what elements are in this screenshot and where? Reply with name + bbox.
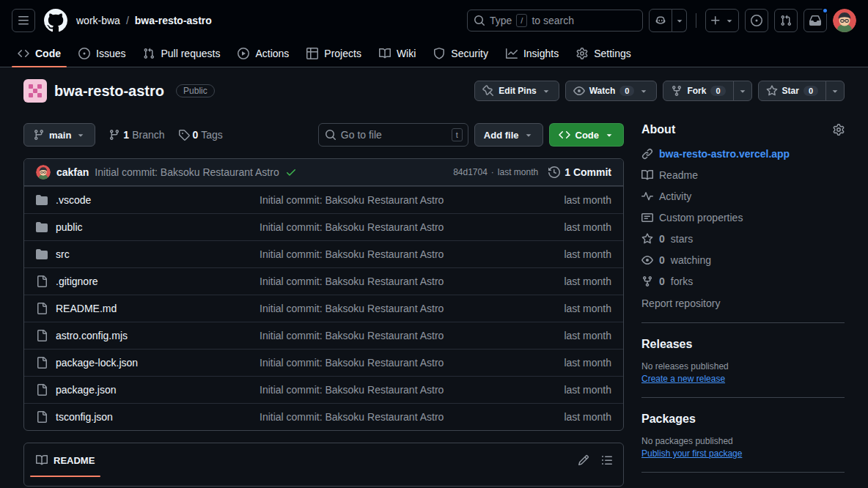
branches-link[interactable]: 1 Branch [108, 129, 164, 141]
edit-pins-button[interactable]: Edit Pins [474, 81, 559, 101]
file-name-link[interactable]: package.json [56, 384, 117, 396]
sidebar-activity-label: Activity [659, 191, 691, 202]
file-browser-toolbar: main 1 Branch 0 Tags [23, 123, 624, 147]
tab-projects[interactable]: Projects [301, 40, 367, 67]
table-row[interactable]: public Initial commit: Baksoku Restauran… [24, 213, 623, 240]
publish-package-link[interactable]: Publish your first package [641, 448, 742, 459]
tab-settings[interactable]: Settings [570, 40, 637, 67]
create-release-link[interactable]: Create a new release [641, 374, 725, 384]
file-name-link[interactable]: README.md [56, 303, 117, 314]
tab-insights[interactable]: Insights [500, 40, 564, 67]
readme-tab[interactable]: README [24, 443, 106, 477]
file-updated[interactable]: last month [538, 221, 611, 233]
breadcrumb-repo[interactable]: bwa-resto-astro [135, 15, 212, 26]
table-row[interactable]: package-lock.json Initial commit: Baksok… [24, 349, 623, 376]
star-button[interactable]: Star 0 [758, 81, 826, 101]
watch-label: Watch [589, 86, 616, 96]
tab-pull-requests[interactable]: Pull requests [137, 40, 226, 67]
copilot-menu-caret[interactable] [672, 9, 687, 32]
table-row[interactable]: src Initial commit: Baksoku Restaurant A… [24, 240, 623, 267]
file-updated[interactable]: last month [538, 303, 611, 314]
github-logo[interactable] [44, 9, 67, 32]
file-updated[interactable]: last month [538, 330, 611, 341]
tab-actions[interactable]: Actions [232, 40, 295, 67]
create-new-button[interactable] [705, 9, 739, 32]
sidebar-item-forks[interactable]: 0 forks [641, 276, 845, 287]
file-commit-message[interactable]: Initial commit: Baksoku Restaurant Astro [260, 303, 538, 314]
file-name-link[interactable]: .gitignore [56, 276, 98, 287]
notifications-inbox-button[interactable] [803, 9, 827, 32]
user-avatar[interactable] [833, 9, 856, 32]
file-updated[interactable]: last month [538, 411, 611, 423]
table-row[interactable]: astro.config.mjs Initial commit: Baksoku… [24, 322, 623, 349]
edit-about-button[interactable] [833, 124, 845, 136]
file-name-link[interactable]: .vscode [56, 194, 91, 206]
report-repository-link[interactable]: Report repository [641, 297, 845, 309]
file-commit-message[interactable]: Initial commit: Baksoku Restaurant Astro [260, 357, 538, 369]
sidebar-item-custom-properties[interactable]: Custom properties [641, 212, 845, 223]
tags-link[interactable]: 0 Tags [178, 129, 223, 141]
file-icon [36, 357, 48, 369]
fork-icon [671, 85, 683, 97]
table-row[interactable]: .vscode Initial commit: Baksoku Restaura… [24, 186, 623, 213]
file-commit-message[interactable]: Initial commit: Baksoku Restaurant Astro [260, 194, 538, 206]
star-menu-caret[interactable] [825, 81, 845, 101]
tab-code[interactable]: Code [12, 40, 67, 67]
commit-author[interactable]: cakfan [56, 166, 89, 178]
star-label: Star [782, 86, 799, 96]
sidebar-item-activity[interactable]: Activity [641, 191, 845, 202]
file-commit-message[interactable]: Initial commit: Baksoku Restaurant Astro [260, 276, 538, 287]
file-updated[interactable]: last month [538, 276, 611, 287]
breadcrumb-owner[interactable]: work-bwa [76, 15, 120, 26]
global-nav-menu-button[interactable] [12, 9, 35, 32]
commit-sha[interactable]: 84d1704 [453, 167, 488, 177]
global-search-input[interactable]: Type / to search [467, 10, 643, 32]
table-row[interactable]: package.json Initial commit: Baksoku Res… [24, 376, 623, 403]
file-commit-message[interactable]: Initial commit: Baksoku Restaurant Astro [260, 330, 538, 341]
your-pull-requests-button[interactable] [774, 9, 798, 32]
checks-passed-icon[interactable] [285, 166, 297, 178]
table-row[interactable]: README.md Initial commit: Baksoku Restau… [24, 295, 623, 322]
file-name-link[interactable]: public [56, 221, 83, 233]
file-updated[interactable]: last month [538, 384, 611, 396]
branches-label: Branch [132, 129, 164, 141]
code-download-button[interactable]: Code [549, 123, 625, 147]
file-commit-message[interactable]: Initial commit: Baksoku Restaurant Astro [260, 221, 538, 233]
commit-author-avatar[interactable] [36, 165, 51, 180]
file-commit-message[interactable]: Initial commit: Baksoku Restaurant Astro [260, 248, 538, 260]
sidebar-item-readme[interactable]: Readme [641, 169, 845, 181]
commit-message[interactable]: Initial commit: Baksoku Restaurant Astro [95, 166, 279, 178]
branch-selector-button[interactable]: main [23, 123, 95, 147]
file-updated[interactable]: last month [538, 357, 611, 369]
file-name-link[interactable]: astro.config.mjs [56, 330, 128, 341]
git-branch-icon [108, 129, 120, 141]
file-commit-message[interactable]: Initial commit: Baksoku Restaurant Astro [260, 411, 538, 423]
tab-issues[interactable]: Issues [73, 40, 131, 67]
file-name-link[interactable]: tsconfig.json [56, 411, 113, 423]
repo-website-link[interactable]: bwa-resto-astro.vercel.app [659, 148, 790, 160]
file-name-link[interactable]: src [56, 248, 70, 260]
table-row[interactable]: .gitignore Initial commit: Baksoku Resta… [24, 267, 623, 295]
table-row[interactable]: tsconfig.json Initial commit: Baksoku Re… [24, 403, 623, 430]
sidebar-item-watching[interactable]: 0 watching [641, 254, 845, 266]
outline-button[interactable] [597, 450, 617, 470]
copilot-button[interactable] [649, 9, 672, 32]
sidebar-item-stars[interactable]: 0 stars [641, 233, 845, 245]
repo-title[interactable]: bwa-resto-astro [54, 83, 164, 100]
go-to-file-input[interactable] [318, 123, 468, 147]
your-issues-button[interactable] [745, 9, 768, 32]
fork-menu-caret[interactable] [733, 81, 752, 101]
file-updated[interactable]: last month [538, 194, 611, 206]
fork-button[interactable]: Fork 0 [663, 81, 733, 101]
tab-security[interactable]: Security [427, 40, 494, 67]
current-branch-label: main [49, 130, 71, 141]
tab-projects-label: Projects [324, 48, 361, 59]
tab-wiki[interactable]: Wiki [373, 40, 422, 67]
file-commit-message[interactable]: Initial commit: Baksoku Restaurant Astro [260, 384, 538, 396]
watch-button[interactable]: Watch 0 [565, 81, 658, 101]
edit-readme-button[interactable] [573, 450, 594, 470]
file-name-link[interactable]: package-lock.json [56, 357, 138, 369]
add-file-button[interactable]: Add file [474, 123, 543, 147]
file-updated[interactable]: last month [538, 248, 611, 260]
commit-history-link[interactable]: 1 Commit [548, 166, 611, 178]
